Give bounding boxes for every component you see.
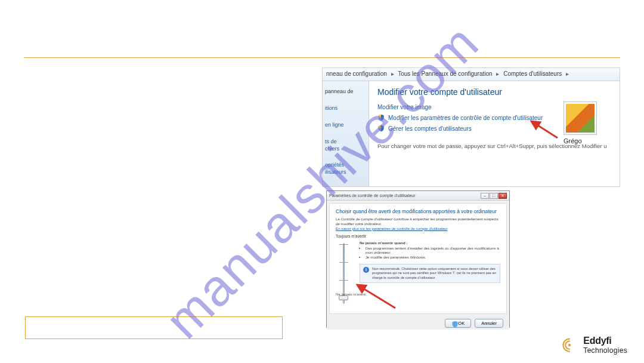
svg-line-1 [357, 285, 395, 308]
shield-icon [451, 321, 456, 325]
sidebar-item[interactable]: opriétés [325, 162, 366, 168]
window-title: Paramètres de contrôle de compte d'utili… [329, 193, 416, 198]
user-tile: Grégo [564, 101, 616, 144]
user-name: Grégo [564, 137, 616, 144]
bullet: Je modifie des paramètres Windows. [366, 255, 500, 259]
cancel-button[interactable]: Annuler [475, 319, 503, 328]
sidebar-heading: panneau de [325, 89, 366, 95]
chevron-right-icon: ▸ [496, 70, 499, 77]
sidebar-item[interactable]: en ligne [325, 122, 366, 128]
ok-button[interactable]: OK [445, 319, 471, 328]
sidebar-item[interactable]: ts de [325, 139, 366, 145]
sidebar: panneau de itions en ligne ts de chiers … [323, 81, 369, 186]
breadcrumb-seg-3[interactable]: Comptes d'utilisateurs [503, 70, 562, 77]
close-button[interactable]: ✕ [499, 193, 507, 199]
slider-thumb[interactable] [339, 296, 348, 300]
chevron-right-icon: ▸ [391, 70, 394, 77]
info-callout: i Non recommandé. Choisissez cette optio… [360, 264, 500, 283]
breadcrumb-seg-2[interactable]: Tous les Panneaux de configuration [398, 70, 492, 77]
bullet: Des programmes tentent d'installer des l… [366, 246, 500, 254]
logo-mark-icon [561, 336, 578, 354]
slider-label-top: Toujours m'avertir [336, 234, 500, 238]
avatar [564, 101, 597, 135]
uac-dialog-screenshot: Paramètres de contrôle de compte d'utili… [326, 190, 510, 328]
shield-icon [377, 114, 385, 121]
control-panel-screenshot: nneau de configuration ▸ Tous les Pannea… [322, 67, 620, 187]
uac-slider[interactable] [336, 241, 351, 306]
sidebar-item[interactable]: bles [325, 186, 366, 187]
info-text: Non recommandé. Choisissez cette option … [372, 267, 497, 280]
titlebar: Paramètres de contrôle de compte d'utili… [327, 191, 509, 201]
sidebar-item[interactable]: chiers [325, 146, 366, 152]
never-notify-panel: Ne jamais m'avertir quand : Des programm… [360, 241, 500, 259]
dialog-buttons: OK Annuler [327, 316, 509, 330]
panel-heading: Ne jamais m'avertir quand : [360, 241, 500, 245]
button-label: OK [458, 321, 465, 326]
breadcrumb: nneau de configuration ▸ Tous les Pannea… [323, 68, 620, 81]
maximize-button[interactable]: □ [490, 193, 498, 199]
annotation-arrow-icon [354, 281, 401, 311]
brand-logo: Eddyfi Technologies [561, 336, 627, 355]
shield-icon [377, 125, 385, 132]
minimize-button[interactable]: – [481, 193, 489, 199]
info-icon: i [363, 267, 369, 273]
svg-point-2 [568, 344, 571, 347]
divider-line [24, 57, 620, 58]
annotation-arrow-icon [528, 119, 564, 143]
sidebar-item[interactable]: itions [325, 106, 366, 112]
logo-line-2: Technologies [583, 346, 627, 355]
sidebar-item[interactable]: ilisateurs [325, 170, 366, 176]
page-title: Modifier votre compte d'utilisateur [377, 87, 612, 97]
placeholder-box [25, 316, 283, 339]
dialog-intro: Le Contrôle de compte d'utilisateur cont… [336, 217, 500, 226]
learn-more-link[interactable]: En savoir plus sur les paramètres de con… [336, 226, 448, 230]
link-label: Modifier les paramètres de contrôle de c… [388, 115, 543, 121]
button-label: Annuler [481, 321, 497, 326]
link-label: Modifier votre image [377, 104, 432, 110]
link-label: Gérer les comptes d'utilisateurs [388, 125, 472, 132]
dialog-heading: Choisir quand être averti des modificati… [336, 208, 500, 214]
breadcrumb-seg-1[interactable]: nneau de configuration [326, 70, 387, 77]
chevron-right-icon: ▸ [566, 70, 569, 77]
logo-line-1: Eddyfi [583, 336, 627, 346]
svg-line-0 [531, 121, 558, 138]
